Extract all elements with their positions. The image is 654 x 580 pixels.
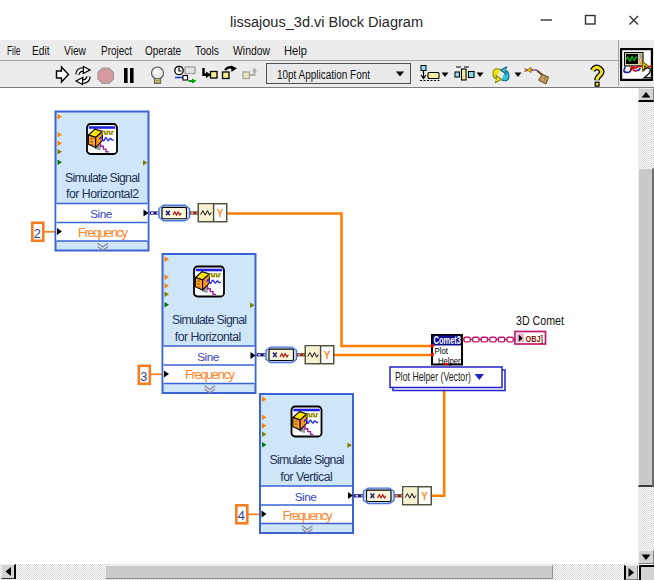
- svg-text:Frequency: Frequency: [185, 367, 236, 382]
- svg-text:Simulate Signal: Simulate Signal: [270, 453, 345, 467]
- svg-text:3D Comet: 3D Comet: [516, 314, 564, 328]
- svg-text:3: 3: [140, 369, 147, 384]
- svg-text:Window: Window: [233, 44, 270, 58]
- svg-text:Help: Help: [284, 44, 307, 58]
- svg-text:OBJ]: OBJ]: [526, 333, 544, 344]
- svg-text:lissajous_3d.vi Block Diagram: lissajous_3d.vi Block Diagram: [230, 14, 423, 30]
- svg-text:Frequency: Frequency: [78, 225, 129, 240]
- svg-text:10pt Application Font: 10pt Application Font: [277, 68, 370, 82]
- svg-text:for Horizontal2: for Horizontal2: [66, 187, 139, 201]
- svg-text:Plot Helper (Vector): Plot Helper (Vector): [395, 370, 471, 384]
- svg-text:for Vertical: for Vertical: [280, 470, 333, 484]
- svg-text:Helper: Helper: [438, 355, 461, 366]
- svg-text:for Horizontal: for Horizontal: [175, 330, 242, 344]
- svg-text:Simulate Signal: Simulate Signal: [172, 313, 247, 327]
- svg-text:Sine: Sine: [295, 490, 317, 504]
- svg-text:Simulate Signal: Simulate Signal: [65, 171, 140, 185]
- svg-text:File: File: [7, 44, 21, 58]
- svg-text:Tools: Tools: [195, 44, 219, 58]
- svg-text:Frequency: Frequency: [283, 508, 334, 523]
- svg-text:2: 2: [34, 226, 41, 241]
- svg-text:Sine: Sine: [90, 207, 112, 221]
- svg-text:View: View: [64, 44, 86, 58]
- svg-text:4: 4: [238, 508, 245, 523]
- svg-text:Sine: Sine: [197, 350, 219, 364]
- svg-text:Operate: Operate: [145, 44, 181, 58]
- svg-text:Edit: Edit: [32, 44, 50, 58]
- svg-text:Project: Project: [101, 44, 132, 58]
